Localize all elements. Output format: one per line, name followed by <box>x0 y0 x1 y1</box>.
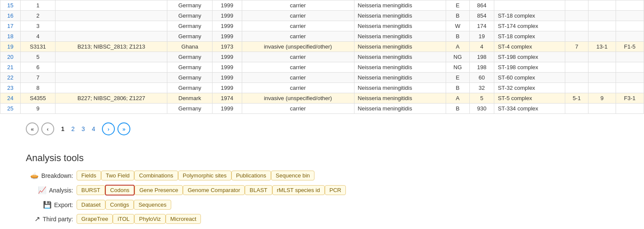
row-id-cell: 25 <box>0 104 21 114</box>
other-id-cell <box>55 104 167 114</box>
contigs-btn[interactable]: Contigs <box>105 200 134 210</box>
pcr-btn[interactable]: PCR <box>325 185 346 195</box>
clonal-complex-cell <box>494 0 565 11</box>
country-cell: Germany <box>167 83 213 93</box>
two-field-btn[interactable]: Two Field <box>101 171 135 180</box>
burst-btn[interactable]: BURST <box>77 185 105 195</box>
year-cell: 1999 <box>213 83 242 93</box>
serogroup-cell: NG <box>446 62 469 73</box>
clonal-complex-cell: ST-174 complex <box>494 21 565 31</box>
other-id-cell <box>55 52 167 62</box>
field1-cell <box>565 21 588 31</box>
year-cell: 1999 <box>213 31 242 42</box>
data-table: 15 1 Germany 1999 carrier Neisseria meni… <box>0 0 644 114</box>
serogroup-cell: B <box>446 31 469 42</box>
field1-cell <box>565 104 588 114</box>
table-row: 18 4 Germany 1999 carrier Neisseria meni… <box>0 31 644 42</box>
third-party-row: ↗ Third party: GrapeTreeiTOLPhyloVizMicr… <box>26 214 618 224</box>
combinations-btn[interactable]: Combinations <box>134 171 178 180</box>
other-id-cell <box>55 73 167 83</box>
last-page-btn[interactable]: » <box>117 122 130 135</box>
disease-cell: carrier <box>242 83 354 93</box>
fields-btn[interactable]: Fields <box>77 171 101 180</box>
country-cell: Denmark <box>167 93 213 104</box>
country-cell: Germany <box>167 104 213 114</box>
clonal-complex-cell: ST-18 complex <box>494 11 565 21</box>
year-cell: 1999 <box>213 11 242 21</box>
phyloviz-btn[interactable]: PhyloViz <box>134 214 165 224</box>
first-page-btn[interactable]: « <box>26 122 39 135</box>
country-cell: Ghana <box>167 42 213 52</box>
species-cell: Neisseria meningitidis <box>354 11 446 21</box>
other-id-cell <box>55 21 167 31</box>
field1-cell <box>565 83 588 93</box>
genome-comparator-btn[interactable]: Genome Comparator <box>183 185 245 195</box>
row-id-cell: 24 <box>0 93 21 104</box>
serogroup-cell: E <box>446 0 469 11</box>
sequence-bin-btn[interactable]: Sequence bin <box>271 171 315 180</box>
page-1[interactable]: 1 <box>59 125 66 133</box>
country-cell: Germany <box>167 52 213 62</box>
field1-cell: 7 <box>565 42 588 52</box>
other-id-cell: B227; NIBSC_2806; Z1227 <box>55 93 167 104</box>
st-cell: 854 <box>469 11 494 21</box>
codons-btn[interactable]: Codons <box>105 185 135 195</box>
field3-cell <box>616 62 644 73</box>
row-id-cell: 16 <box>0 11 21 21</box>
page-4[interactable]: 4 <box>90 125 97 133</box>
publications-btn[interactable]: Publications <box>231 171 271 180</box>
species-cell: Neisseria meningitidis <box>354 83 446 93</box>
field3-cell <box>616 0 644 11</box>
analysis-label-text: Analysis: <box>49 187 73 194</box>
page-3[interactable]: 3 <box>80 125 87 133</box>
st-cell: 174 <box>469 21 494 31</box>
st-cell: 198 <box>469 62 494 73</box>
blast-btn[interactable]: BLAST <box>245 185 272 195</box>
field3-cell <box>616 83 644 93</box>
isolate-cell: 3 <box>20 21 55 31</box>
disease-cell: invasive (unspecified/other) <box>242 42 354 52</box>
sequences-btn[interactable]: Sequences <box>134 200 171 210</box>
prev-page-btn[interactable]: ‹ <box>41 122 54 135</box>
third-party-tools: GrapeTreeiTOLPhyloVizMicroreact <box>77 214 201 224</box>
third-party-label: ↗ Third party: <box>26 215 73 223</box>
grapetree-btn[interactable]: GrapeTree <box>77 214 113 224</box>
analysis-tools: BURSTCodonsGene PresenceGenome Comparato… <box>77 185 346 195</box>
table-row: 15 1 Germany 1999 carrier Neisseria meni… <box>0 0 644 11</box>
itol-btn[interactable]: iTOL <box>113 214 134 224</box>
year-cell: 1974 <box>213 93 242 104</box>
polymorphic-sites-btn[interactable]: Polymorphic sites <box>178 171 231 180</box>
rmlst-species-id-btn[interactable]: rMLST species id <box>272 185 325 195</box>
field2-cell <box>588 104 616 114</box>
disease-cell: carrier <box>242 0 354 11</box>
species-cell: Neisseria meningitidis <box>354 104 446 114</box>
clonal-complex-cell: ST-4 complex <box>494 42 565 52</box>
st-cell: 5 <box>469 93 494 104</box>
page-numbers: 1 2 3 4 <box>59 125 97 133</box>
field1-cell <box>565 31 588 42</box>
results-table: 15 1 Germany 1999 carrier Neisseria meni… <box>0 0 644 114</box>
species-cell: Neisseria meningitidis <box>354 73 446 83</box>
page-2[interactable]: 2 <box>70 125 77 133</box>
breakdown-label: 🥧 Breakdown: <box>26 171 73 180</box>
row-id-cell: 15 <box>0 0 21 11</box>
table-row: 25 9 Germany 1999 carrier Neisseria meni… <box>0 104 644 114</box>
dataset-btn[interactable]: Dataset <box>77 200 105 210</box>
country-cell: Germany <box>167 31 213 42</box>
isolate-cell: 4 <box>20 31 55 42</box>
clonal-complex-cell: ST-18 complex <box>494 31 565 42</box>
field2-cell <box>588 73 616 83</box>
serogroup-cell: B <box>446 83 469 93</box>
next-page-btn[interactable]: › <box>102 122 115 135</box>
gene-presence-btn[interactable]: Gene Presence <box>135 185 183 195</box>
disease-cell: carrier <box>242 11 354 21</box>
species-cell: Neisseria meningitidis <box>354 0 446 11</box>
microreact-btn[interactable]: Microreact <box>166 214 201 224</box>
serogroup-cell: W <box>446 21 469 31</box>
field1-cell <box>565 62 588 73</box>
country-cell: Germany <box>167 21 213 31</box>
st-cell: 864 <box>469 0 494 11</box>
clonal-complex-cell: ST-334 complex <box>494 104 565 114</box>
st-cell: 60 <box>469 73 494 83</box>
field1-cell: 5-1 <box>565 93 588 104</box>
